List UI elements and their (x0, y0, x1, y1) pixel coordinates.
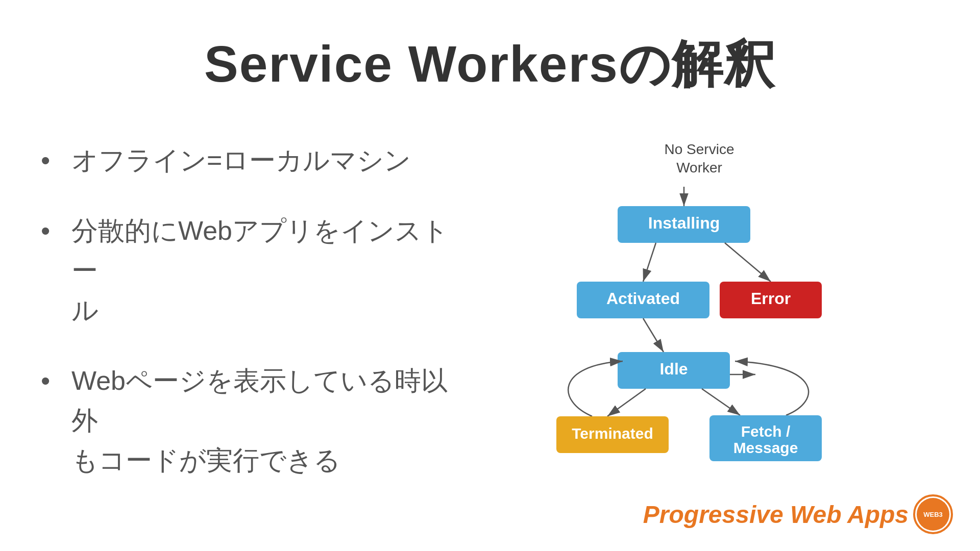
terminated-label: Terminated (572, 425, 653, 442)
fetch-message-label-2: Message (733, 439, 798, 456)
activated-label: Activated (606, 289, 680, 308)
svg-line-8 (643, 318, 664, 352)
svg-line-12 (702, 389, 740, 415)
idle-label: Idle (659, 360, 688, 378)
no-sw-label: No ServiceWorker (665, 140, 734, 178)
bullet-3: Webページを表示している時以外もコードが実行できる (41, 361, 459, 480)
page-title: Service Workersの解釈 (41, 31, 939, 99)
state-diagram: Installing Activated Error Idle (526, 182, 873, 488)
svg-line-10 (607, 389, 646, 416)
fetch-message-label-1: Fetch / (741, 423, 791, 440)
pwa-badge-text: WEB3 (923, 511, 943, 518)
bullet-1: オフライン=ローカルマシン (41, 140, 459, 180)
svg-line-4 (643, 243, 656, 282)
bullet-list: オフライン=ローカルマシン 分散的にWebアプリをインストール Webページを表… (41, 130, 459, 511)
diagram-area: No ServiceWorker Installing (459, 130, 939, 488)
bullet-2: 分散的にWebアプリをインストール (41, 211, 459, 330)
pwa-branding: Progressive Web Apps WEB3 (643, 498, 949, 531)
pwa-text: Progressive Web Apps (643, 500, 909, 529)
pwa-badge: WEB3 (917, 498, 949, 531)
slide: Service Workersの解釈 オフライン=ローカルマシン 分散的にWeb… (0, 0, 980, 551)
installing-label: Installing (648, 214, 720, 232)
content-area: オフライン=ローカルマシン 分散的にWebアプリをインストール Webページを表… (41, 130, 939, 511)
error-label: Error (751, 289, 791, 308)
svg-line-5 (725, 243, 771, 282)
